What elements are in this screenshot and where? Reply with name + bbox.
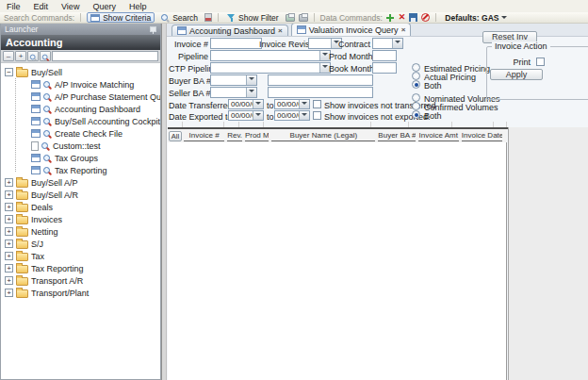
- invoice-revision-select[interactable]: [308, 38, 342, 49]
- buyer-ba-select[interactable]: [210, 74, 257, 86]
- tree-item-tax-groups[interactable]: Tax Groups: [8, 152, 160, 164]
- column-invoice-date[interactable]: Invoice Date: [462, 131, 502, 141]
- delete-icon[interactable]: [399, 13, 406, 22]
- seller-ba-select[interactable]: [210, 87, 257, 98]
- launcher-filter-input[interactable]: [52, 51, 158, 61]
- expand-all-button[interactable]: +: [15, 51, 26, 61]
- tree-item-label: A/P Invoice Matching: [55, 80, 134, 90]
- show-filter-button[interactable]: Show Filter: [224, 12, 282, 23]
- tree-folder-transport-plant[interactable]: Transport/Plant: [5, 287, 160, 299]
- tree-item-label: Buy/Sell Accounting Cockpit: [55, 117, 160, 126]
- tree-folder-buysell-ap[interactable]: Buy/Sell A/P: [5, 176, 160, 189]
- menu-file[interactable]: File: [7, 2, 21, 11]
- data-commands-label: Data Commands:: [320, 13, 383, 23]
- folder-icon: [16, 216, 28, 224]
- tree-folder-label: Netting: [31, 227, 58, 237]
- prod-month-input[interactable]: [372, 50, 397, 61]
- collapse-all-button[interactable]: –: [3, 51, 14, 61]
- tree-folder-sj[interactable]: S/J: [5, 238, 160, 250]
- menu-help[interactable]: Help: [129, 2, 147, 11]
- column-invoice-amt[interactable]: Invoice Amt: [418, 131, 459, 141]
- expand-icon[interactable]: [5, 289, 13, 297]
- show-criteria-button[interactable]: Show Criteria: [87, 12, 155, 23]
- actual-pricing-radio[interactable]: [412, 72, 420, 80]
- export-icon[interactable]: [286, 14, 295, 22]
- date-value: 00/00/0000: [229, 100, 253, 108]
- expand-icon[interactable]: [5, 190, 13, 199]
- expand-icon[interactable]: [5, 227, 13, 236]
- menu-edit[interactable]: Edit: [34, 2, 49, 11]
- date-transferred-from[interactable]: 00/00/0000: [228, 99, 264, 109]
- clear-search-icon[interactable]: [204, 13, 212, 22]
- menu-view[interactable]: View: [61, 2, 79, 11]
- tab-accounting-dashboard[interactable]: Accounting Dashboard: [172, 25, 288, 36]
- seller-ba-name-input[interactable]: [268, 87, 373, 98]
- launcher-clear-search-button[interactable]: [40, 51, 51, 61]
- expand-icon[interactable]: [5, 178, 13, 187]
- add-icon[interactable]: [386, 13, 395, 22]
- tree-item-ap-purchase-statement-query[interactable]: A/P Purchase Statement Query: [8, 91, 160, 103]
- date-exported-from[interactable]: 00/00/0000: [228, 110, 264, 121]
- tab-valuation-invoice-query[interactable]: Valuation Invoice Query: [291, 24, 412, 36]
- tree-folder-tax[interactable]: Tax: [5, 250, 160, 262]
- expand-icon[interactable]: [5, 276, 13, 285]
- expand-icon[interactable]: [5, 240, 13, 248]
- column-invoice[interactable]: Invoice #: [184, 131, 224, 141]
- ctp-pipeline-select[interactable]: [210, 62, 331, 74]
- tree-item-ap-invoice-matching[interactable]: A/P Invoice Matching: [8, 78, 160, 91]
- date-exported-to[interactable]: 00/00/0000: [274, 110, 310, 121]
- date-transferred-to[interactable]: 00/00/0000: [274, 99, 310, 109]
- expand-icon[interactable]: [5, 252, 13, 260]
- tree-folder-invoices[interactable]: Invoices: [5, 213, 160, 225]
- cancel-icon[interactable]: [421, 13, 430, 22]
- search-button[interactable]: Search: [158, 12, 201, 23]
- contract-select[interactable]: [372, 38, 403, 49]
- chevron-down-icon: [302, 113, 307, 119]
- buyer-ba-name-input[interactable]: [268, 74, 373, 86]
- both-volumes-radio[interactable]: [412, 110, 420, 119]
- tree-folder-netting[interactable]: Netting: [5, 225, 160, 238]
- tree-folder-transport-ar[interactable]: Transport A/R: [5, 274, 160, 287]
- book-month-input[interactable]: [372, 62, 397, 74]
- tree-folder-deals[interactable]: Deals: [5, 201, 160, 213]
- print-checkbox[interactable]: [536, 58, 545, 66]
- expand-icon[interactable]: [5, 215, 13, 223]
- tree-folder-buysell-ar[interactable]: Buy/Sell A/R: [5, 189, 160, 201]
- tree-children: A/P Invoice Matching A/P Purchase Statem…: [8, 78, 160, 176]
- column-rev[interactable]: Rev.: [227, 131, 242, 141]
- tree-item-tax-reporting-query[interactable]: Tax Reporting: [8, 164, 160, 176]
- invoice-input[interactable]: [210, 38, 262, 49]
- nominated-volumes-radio[interactable]: [412, 93, 420, 102]
- confirmed-volumes-radio[interactable]: [412, 102, 420, 110]
- tree-item-create-check-file[interactable]: Create Check File: [8, 127, 160, 140]
- column-prod-mo[interactable]: Prod Mo: [245, 131, 270, 141]
- tree-item-custom-test[interactable]: Custom::test: [8, 140, 160, 152]
- tree-folder-buysell[interactable]: Buy/Sell: [5, 66, 160, 78]
- table-icon: [297, 25, 306, 34]
- tree-item-buysell-accounting-cockpit[interactable]: Buy/Sell Accounting Cockpit: [8, 115, 160, 127]
- show-not-exported-checkbox[interactable]: [313, 111, 321, 120]
- print-icon[interactable]: [299, 14, 308, 22]
- tree-item-accounting-dashboard[interactable]: Accounting Dashboard: [8, 103, 160, 115]
- save-icon[interactable]: [409, 13, 417, 22]
- show-not-transferred-checkbox[interactable]: [313, 100, 321, 108]
- tree-folder-tax-reporting[interactable]: Tax Reporting: [5, 262, 160, 274]
- close-icon[interactable]: [401, 26, 406, 34]
- pin-icon[interactable]: [149, 25, 156, 34]
- pipeline-select[interactable]: [210, 50, 331, 61]
- close-icon[interactable]: [278, 27, 283, 35]
- menu-query[interactable]: Query: [92, 2, 116, 11]
- defaults-dropdown[interactable]: Defaults: GAS: [442, 12, 510, 23]
- column-buyer-name[interactable]: Buyer Name (Legal): [271, 131, 375, 141]
- collapse-icon[interactable]: [5, 68, 13, 76]
- apply-button[interactable]: Apply: [490, 69, 543, 80]
- expand-icon[interactable]: [5, 264, 13, 273]
- estimated-pricing-radio[interactable]: [412, 63, 420, 72]
- select-all-button[interactable]: All: [169, 131, 182, 141]
- column-buyer-ba[interactable]: Buyer BA #: [378, 131, 415, 141]
- folder-icon: [16, 191, 28, 200]
- both-pricing-radio[interactable]: [412, 80, 420, 89]
- launcher-search-button[interactable]: [27, 51, 39, 61]
- query-icon: [43, 129, 52, 138]
- expand-icon[interactable]: [5, 203, 13, 211]
